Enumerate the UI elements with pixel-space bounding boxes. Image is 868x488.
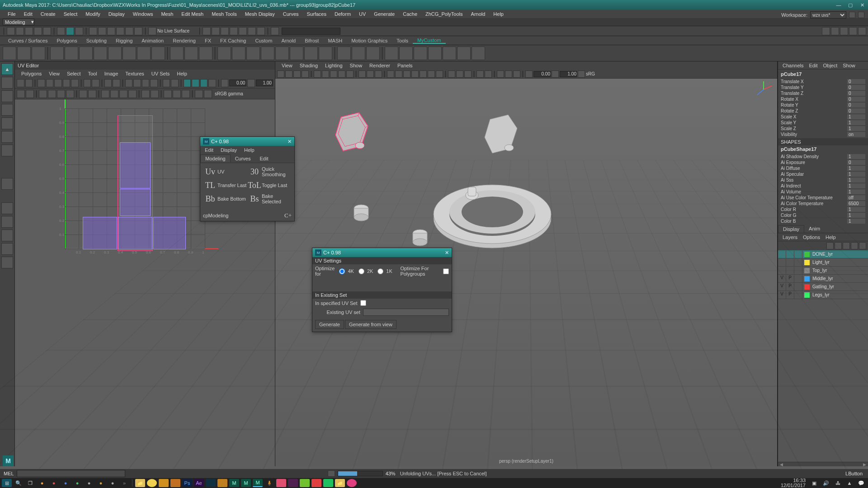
- vp-tool-icon[interactable]: [505, 70, 512, 78]
- cplus-row[interactable]: UvUV30Quick Smoothing: [203, 165, 292, 178]
- shelf-tab[interactable]: FX: [200, 38, 216, 43]
- taskbar-app-icon[interactable]: ●: [108, 479, 118, 487]
- shelf-icon[interactable]: [50, 47, 64, 60]
- select-mode-icon[interactable]: [57, 27, 65, 35]
- shelf-icon[interactable]: [304, 47, 318, 60]
- sidebar-toggle-icon[interactable]: [840, 27, 848, 35]
- uv-tool-icon[interactable]: [113, 79, 120, 87]
- attr-row[interactable]: Ai Shadow Density1: [778, 154, 868, 160]
- vp-tool-icon[interactable]: [359, 70, 366, 78]
- layout-icon[interactable]: [1, 243, 13, 255]
- uv-tool-icon[interactable]: [208, 79, 216, 87]
- live-surface-icon[interactable]: [148, 27, 156, 35]
- uv-tool-icon[interactable]: [119, 90, 127, 98]
- shelf-icon[interactable]: [184, 47, 198, 60]
- uv-tool-icon[interactable]: [57, 90, 65, 98]
- uv-tool-icon[interactable]: [164, 90, 172, 98]
- vp-tool-icon[interactable]: [420, 70, 427, 78]
- shelf-icon[interactable]: [3, 47, 16, 60]
- taskbar-app-icon[interactable]: [159, 479, 169, 487]
- pause-icon[interactable]: [257, 27, 265, 35]
- uv-tool-icon[interactable]: [92, 79, 99, 87]
- vp-tool-icon[interactable]: [578, 70, 585, 78]
- attr-row[interactable]: Rotate X0: [778, 96, 868, 102]
- tray-icon[interactable]: 🖧: [833, 479, 843, 487]
- attr-row[interactable]: Scale Y1: [778, 120, 868, 126]
- taskbar-app-icon[interactable]: ●: [96, 479, 106, 487]
- system-clock[interactable]: 16:3312/01/2017: [781, 478, 807, 488]
- radio-2k[interactable]: [359, 268, 364, 274]
- uv-menu-item[interactable]: Polygons: [18, 71, 45, 76]
- vp-tool-icon[interactable]: [293, 70, 301, 78]
- uv-tool-icon[interactable]: [71, 79, 79, 87]
- uv-tool-icon[interactable]: [142, 79, 150, 87]
- cb-menu-item[interactable]: Edit: [806, 63, 820, 68]
- uv-tool-icon[interactable]: [63, 79, 71, 87]
- close-icon[interactable]: ✕: [445, 250, 449, 256]
- menu-help[interactable]: Help: [489, 11, 508, 17]
- cplus-modeling-window[interactable]: M C+ 0.98 ✕ Edit Display Help Modeling C…: [200, 136, 295, 221]
- uv-tool-icon[interactable]: [110, 90, 118, 98]
- uv-tool-icon[interactable]: [17, 79, 24, 87]
- uv-tool-icon[interactable]: [38, 79, 45, 87]
- photoshop-icon[interactable]: Ps: [182, 479, 192, 487]
- vp-tool-icon[interactable]: [302, 70, 309, 78]
- maya-icon[interactable]: M: [229, 479, 239, 487]
- shelf-icon[interactable]: [32, 47, 45, 60]
- uv-tool-icon[interactable]: [182, 90, 190, 98]
- shelf-tab[interactable]: Animation: [137, 38, 168, 43]
- maya-icon-active[interactable]: M: [253, 479, 263, 487]
- uv-tool-icon[interactable]: [101, 90, 109, 98]
- cb-menu-item[interactable]: Object: [820, 63, 840, 68]
- select-mode-icon[interactable]: [66, 27, 74, 35]
- notifications-icon[interactable]: 💬: [856, 479, 866, 487]
- lasso-tool-icon[interactable]: [1, 77, 13, 89]
- cb-menu-item[interactable]: Show: [840, 63, 858, 68]
- sidebar-toggle-icon[interactable]: [858, 27, 866, 35]
- save-scene-icon[interactable]: [25, 27, 33, 35]
- shelf-tab[interactable]: Bifrost: [300, 38, 323, 43]
- vp-menu-item[interactable]: Renderer: [366, 63, 394, 68]
- vp-tool-icon[interactable]: [497, 70, 504, 78]
- shelf-icon[interactable]: [108, 47, 122, 60]
- shelf-tab[interactable]: MyCustom: [413, 38, 446, 44]
- minimize-icon[interactable]: —: [833, 0, 844, 10]
- command-input[interactable]: [282, 28, 340, 35]
- uv-tool-icon[interactable]: [88, 90, 96, 98]
- sidebar-toggle-icon[interactable]: [831, 27, 839, 35]
- select-tool-icon[interactable]: ▲: [1, 63, 13, 75]
- snap-icon[interactable]: [125, 27, 133, 35]
- menu-zhcg_polytools[interactable]: ZhCG_PolyTools: [421, 11, 467, 17]
- render-icon[interactable]: [239, 27, 247, 35]
- tray-icon[interactable]: ▣: [809, 479, 819, 487]
- tray-icon[interactable]: 🔊: [821, 479, 831, 487]
- attr-row[interactable]: Visibilityon: [778, 131, 868, 137]
- vp-value-input[interactable]: [560, 71, 577, 77]
- attr-row[interactable]: Rotate Z0: [778, 108, 868, 114]
- shelf-icon[interactable]: [319, 47, 332, 60]
- taskbar-app-icon[interactable]: [217, 479, 227, 487]
- taskbar-app-icon[interactable]: ●: [37, 479, 47, 487]
- vp-tool-icon[interactable]: [330, 70, 337, 78]
- taskbar-app-icon[interactable]: 🧍: [264, 479, 274, 487]
- menu-uv[interactable]: UV: [355, 11, 370, 17]
- render-icon[interactable]: [248, 27, 256, 35]
- shelf-tab[interactable]: Rigging: [111, 38, 137, 43]
- uv-tool-icon[interactable]: [104, 79, 112, 87]
- shelf-tab[interactable]: Tools: [392, 38, 413, 43]
- uv-tool-icon[interactable]: [128, 90, 137, 98]
- uv-tool-icon[interactable]: [195, 90, 203, 98]
- shelf-icon[interactable]: [399, 47, 413, 60]
- shelf-icon[interactable]: [79, 47, 93, 60]
- sidebar-toggle-icon[interactable]: [849, 27, 857, 35]
- rotate-tool-icon[interactable]: [1, 117, 13, 129]
- shelf-tab[interactable]: Motion Graphics: [347, 38, 392, 43]
- mode-selector[interactable]: Modeling▾: [3, 19, 34, 25]
- uv-menu-item[interactable]: Image: [101, 71, 122, 76]
- tab-curves[interactable]: Curves: [231, 155, 255, 162]
- vp-tool-icon[interactable]: [428, 70, 435, 78]
- window-titlebar[interactable]: M C+ 0.98 ✕: [312, 248, 452, 257]
- vp-tool-icon[interactable]: [411, 70, 419, 78]
- vp-tool-icon[interactable]: [456, 70, 463, 78]
- taskbar-app-icon[interactable]: [311, 479, 321, 487]
